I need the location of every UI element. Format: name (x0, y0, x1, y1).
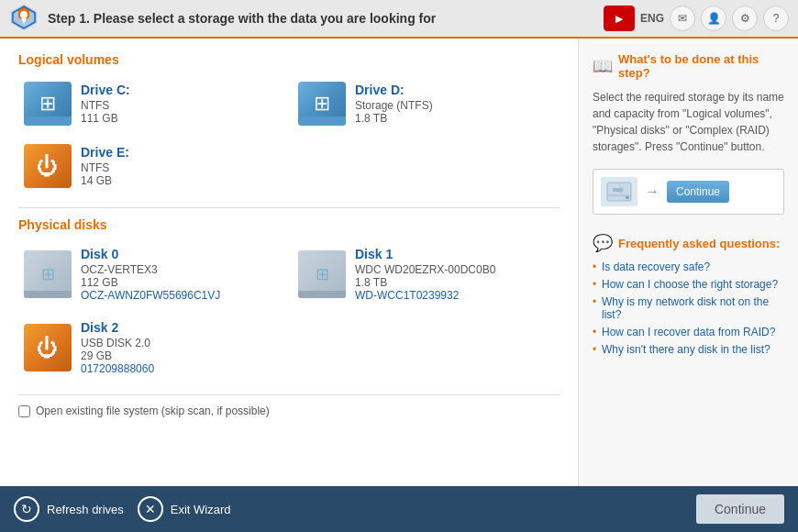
physical-disks-grid: ⊞ Disk 0 OCZ-VERTEX3 112 GB OCZ-AWNZ0FW5… (18, 241, 560, 381)
continue-demo: → Continue (593, 169, 784, 215)
app-logo (9, 3, 39, 35)
svg-rect-7 (626, 196, 629, 199)
disk-0-size: 112 GB (81, 276, 280, 289)
disk-2-name: Disk 2 (81, 320, 280, 335)
account-button[interactable]: 👤 (701, 6, 726, 31)
windows-logo-icon: ⊞ (39, 92, 56, 116)
arrow-icon: → (645, 183, 659, 200)
disk-0-info: Disk 0 OCZ-VERTEX3 112 GB OCZ-AWNZ0FW556… (81, 247, 280, 302)
disk-windows-icon: ⊞ (41, 264, 55, 284)
drive-d-name: Drive D: (355, 83, 554, 97)
faq-title: 💬 Frequently asked questions: (593, 233, 784, 253)
disk-0-serial: OCZ-AWNZ0FW55696C1VJ (81, 289, 280, 302)
disk-0-name: Disk 0 (81, 247, 280, 261)
filesystem-checkbox-label: Open existing file system (skip scan, if… (36, 405, 270, 417)
left-panel: Logical volumes ⊞ Drive C: NTFS 111 GB ⊞ (0, 39, 578, 486)
exit-icon: ✕ (138, 496, 163, 522)
faq-list: Is data recovery safe? How can I choose … (593, 260, 784, 356)
logical-volumes-title: Logical volumes (18, 52, 560, 67)
right-panel: 📖 What's to be done at this step? Select… (578, 39, 798, 486)
main-content: Logical volumes ⊞ Drive C: NTFS 111 GB ⊞ (0, 39, 798, 486)
faq-item-3[interactable]: Why is my network disk not on the list? (593, 295, 784, 321)
disk-1-model: WDC WD20EZRX-00DC0B0 (355, 263, 554, 276)
usb-logo-icon-e: ⏻ (37, 153, 59, 179)
help-text: Select the required storage by its name … (593, 89, 784, 155)
help-button[interactable]: ? (763, 6, 789, 31)
faq-item-5[interactable]: Why isn't there any disk in the list? (593, 343, 784, 356)
disk-1-name: Disk 1 (355, 247, 554, 261)
faq-item-1[interactable]: Is data recovery safe? (593, 260, 784, 273)
disk-stripe-1 (298, 291, 346, 298)
youtube-button[interactable]: ▶ (604, 6, 635, 31)
header-actions: ▶ ENG ✉ 👤 ⚙ ? (604, 6, 789, 31)
usb-logo-icon-disk2: ⏻ (37, 335, 59, 360)
footer: ↻ Refresh drives ✕ Exit Wizard Continue (0, 486, 798, 532)
drive-e-icon: ⏻ (24, 144, 72, 188)
svg-point-3 (20, 11, 28, 18)
disk-2-model: USB DISK 2.0 (81, 337, 280, 349)
filesystem-checkbox[interactable] (18, 405, 30, 417)
help-section-title: 📖 What's to be done at this step? (593, 52, 784, 80)
drive-d-icon: ⊞ (298, 82, 346, 126)
filesystem-checkbox-row: Open existing file system (skip scan, if… (18, 405, 560, 417)
drive-d-fs: Storage (NTFS) (355, 99, 554, 112)
continue-demo-button[interactable]: Continue (667, 181, 729, 203)
disk-2-size: 29 GB (81, 349, 280, 362)
drive-e-info: Drive E: NTFS 14 GB (81, 145, 280, 187)
language-selector[interactable]: ENG (640, 12, 664, 25)
settings-button[interactable]: ⚙ (732, 6, 758, 31)
disk-1-size: 1.8 TB (355, 276, 554, 289)
physical-disks-title: Physical disks (18, 217, 560, 232)
bottom-separator (18, 394, 560, 395)
drive-c-name: Drive C: (81, 83, 280, 97)
demo-storage-icon (601, 177, 637, 206)
refresh-icon: ↻ (14, 496, 39, 522)
header-title: Step 1. Please select a storage with the… (48, 11, 594, 26)
section-separator (18, 207, 560, 208)
windows-logo-icon-d: ⊞ (314, 92, 330, 116)
drive-c-icon: ⊞ (24, 82, 72, 126)
disk-stripe (24, 291, 72, 298)
drive-e-size: 14 GB (81, 174, 280, 187)
disk-1-serial: WD-WCC1T0239932 (355, 289, 554, 302)
logical-volumes-grid: ⊞ Drive C: NTFS 111 GB ⊞ Drive D: Storag… (18, 76, 560, 194)
disk-windows-icon-1: ⊞ (316, 264, 329, 284)
drive-d-size: 1.8 TB (355, 112, 554, 125)
faq-icon: 💬 (593, 233, 613, 253)
disk-0-item[interactable]: ⊞ Disk 0 OCZ-VERTEX3 112 GB OCZ-AWNZ0FW5… (18, 241, 285, 307)
exit-wizard-button[interactable]: ✕ Exit Wizard (138, 496, 231, 522)
drive-c-fs: NTFS (81, 99, 280, 112)
drive-d-info: Drive D: Storage (NTFS) 1.8 TB (355, 83, 554, 125)
disk-2-icon: ⏻ (24, 324, 72, 371)
faq-item-2[interactable]: How can I choose the right storage? (593, 278, 784, 291)
faq-item-4[interactable]: How can I recover data from RAID? (593, 326, 784, 338)
drive-e-item[interactable]: ⏻ Drive E: NTFS 14 GB (18, 139, 285, 194)
drive-c-size: 111 GB (81, 112, 280, 125)
disk-1-icon: ⊞ (298, 250, 346, 298)
header: Step 1. Please select a storage with the… (0, 0, 798, 39)
drive-c-item[interactable]: ⊞ Drive C: NTFS 111 GB (18, 76, 285, 131)
disk-1-item[interactable]: ⊞ Disk 1 WDC WD20EZRX-00DC0B0 1.8 TB WD-… (293, 241, 560, 307)
drive-c-info: Drive C: NTFS 111 GB (81, 83, 280, 125)
disk-2-item[interactable]: ⏻ Disk 2 USB DISK 2.0 29 GB 017209888060 (18, 315, 285, 381)
continue-button[interactable]: Continue (696, 494, 784, 524)
drive-e-fs: NTFS (81, 161, 280, 174)
disk-2-info: Disk 2 USB DISK 2.0 29 GB 017209888060 (81, 320, 280, 375)
disk-0-model: OCZ-VERTEX3 (81, 263, 280, 276)
disk-1-info: Disk 1 WDC WD20EZRX-00DC0B0 1.8 TB WD-WC… (355, 247, 554, 302)
drive-e-name: Drive E: (81, 145, 280, 160)
disk-0-icon: ⊞ (24, 250, 72, 298)
messages-button[interactable]: ✉ (670, 6, 695, 31)
book-icon: 📖 (593, 56, 613, 76)
drive-d-item[interactable]: ⊞ Drive D: Storage (NTFS) 1.8 TB (293, 76, 560, 131)
disk-2-serial: 017209888060 (81, 362, 280, 375)
refresh-drives-button[interactable]: ↻ Refresh drives (14, 496, 124, 522)
